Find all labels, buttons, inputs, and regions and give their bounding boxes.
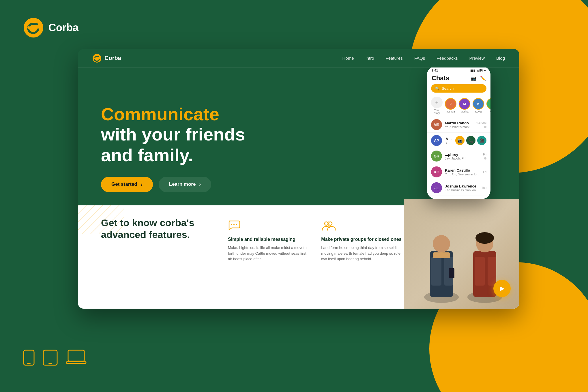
- phone-icons: ▮▮▮ WiFi ▪▪: [470, 69, 486, 72]
- svg-point-13: [231, 224, 232, 225]
- story-kayla: K Kayla: [473, 98, 484, 113]
- features-pattern: [78, 205, 124, 234]
- svg-point-0: [24, 18, 43, 37]
- nav-logo-icon: [92, 54, 102, 63]
- get-started-label: Get started: [111, 181, 137, 187]
- nav-logo-text: Corba: [104, 55, 121, 61]
- topleft-logo-icon: [23, 17, 44, 38]
- nav-home[interactable]: Home: [342, 56, 354, 61]
- svg-point-14: [233, 224, 235, 225]
- phone-action-row: AP Andrew Parke You: Oh, thanks! 📷 📞 🎥: [427, 133, 490, 148]
- get-started-button[interactable]: Get started ›: [101, 177, 153, 192]
- svg-rect-5: [48, 363, 52, 364]
- nav-logo: Corba: [92, 54, 121, 63]
- compose-icon[interactable]: ✏️: [480, 76, 486, 81]
- photo-bg: ▶: [404, 199, 519, 309]
- stories-row: + Your Story J Joshua M Marina K Kayla M: [427, 95, 490, 117]
- laptop-icon: [66, 350, 87, 369]
- svg-point-25: [433, 235, 450, 252]
- messaging-icon: [228, 220, 310, 233]
- video-action[interactable]: 🎥: [477, 136, 486, 145]
- svg-point-10: [94, 57, 95, 59]
- svg-rect-3: [27, 363, 31, 364]
- play-button[interactable]: ▶: [493, 280, 511, 297]
- svg-rect-6: [68, 350, 84, 361]
- svg-rect-26: [431, 257, 441, 286]
- svg-rect-29: [449, 268, 454, 278]
- phone-mockup: 9:41 ▮▮▮ WiFi ▪▪ Chats 📷 ✏️ 🔍 Search: [427, 66, 490, 199]
- learn-more-button[interactable]: Learn more ›: [159, 177, 211, 192]
- nav-preview[interactable]: Preview: [469, 56, 485, 61]
- chat-joshua[interactable]: JL Joshua Lawrence The business plan loo…: [427, 180, 490, 196]
- nav-faqs[interactable]: FAQs: [414, 56, 425, 61]
- nav-feedbacks[interactable]: Feedbacks: [437, 56, 458, 61]
- camera-icon[interactable]: 📷: [471, 76, 477, 81]
- svg-point-16: [325, 222, 328, 225]
- chat-group[interactable]: GR ...phrey Jay, Jacob: Fr! Fri: [427, 148, 490, 164]
- mobile-icon: [23, 350, 35, 369]
- signal-icon: ▮▮▮: [470, 69, 475, 72]
- feature-groups-desc: Land form he creeping third day from so …: [321, 245, 403, 262]
- device-icons: [23, 350, 87, 369]
- camera-action[interactable]: 📷: [455, 136, 465, 145]
- chats-title: Chats: [432, 74, 449, 82]
- feature-groups-title: Make private groups for closed ones: [321, 237, 403, 242]
- chat-martin[interactable]: MR Martin Randolph You: What's man! 8:40…: [427, 117, 490, 133]
- topleft-logo-text: Corba: [48, 22, 78, 34]
- feature-messaging-title: Simple and reliable messaging: [228, 237, 310, 242]
- wifi-icon: WiFi: [477, 69, 483, 72]
- quick-actions: 📷 📞 🎥: [455, 136, 486, 145]
- learn-more-label: Learn more: [169, 181, 196, 187]
- svg-point-1: [27, 26, 30, 29]
- tablet-icon: [43, 350, 58, 369]
- svg-point-15: [236, 224, 237, 225]
- search-placeholder: Search: [442, 86, 454, 91]
- features-section: Get to know corba'sadvanced features. Si…: [78, 205, 519, 309]
- battery-icon: ▪▪: [484, 69, 486, 72]
- phone-header-actions: 📷 ✏️: [471, 76, 486, 81]
- groups-icon: [321, 220, 403, 233]
- phone-time: 9:41: [432, 69, 438, 72]
- svg-rect-12: [78, 205, 124, 234]
- phone-header: Chats 📷 ✏️: [427, 73, 490, 84]
- feature-messaging: Simple and reliable messaging Make. Ligh…: [228, 220, 310, 268]
- navbar: Corba Home Intro Features FAQs Feedbacks…: [78, 49, 519, 67]
- svg-rect-34: [488, 257, 496, 286]
- svg-rect-28: [433, 252, 450, 258]
- phone-search-bar[interactable]: 🔍 Search: [431, 84, 486, 93]
- svg-point-17: [329, 222, 332, 225]
- story-marina: M Marina: [459, 98, 470, 113]
- nav-intro[interactable]: Intro: [366, 56, 374, 61]
- browser-card: Corba Home Intro Features FAQs Feedbacks…: [78, 49, 519, 309]
- chat-karen[interactable]: KC Karen Castillo You: Oh, See you in fo…: [427, 164, 490, 180]
- features-photo: ▶: [404, 199, 519, 309]
- nav-blog[interactable]: Blog: [496, 56, 505, 61]
- feature-messaging-desc: Make. Lights us. Is life all make midst …: [228, 245, 310, 262]
- svg-point-35: [475, 232, 494, 244]
- get-started-arrow: ›: [141, 181, 143, 187]
- story-add: + Your Story: [431, 97, 443, 115]
- outer-wrapper: Corba: [0, 0, 588, 392]
- nav-links: Home Intro Features FAQs Feedbacks Previ…: [342, 56, 505, 61]
- svg-rect-33: [475, 257, 485, 286]
- learn-more-arrow: ›: [199, 181, 201, 187]
- story-matt: M Matt: [486, 98, 490, 113]
- nav-features[interactable]: Features: [386, 56, 403, 61]
- story-joshua: J Joshua: [445, 98, 456, 113]
- search-icon-phone: 🔍: [435, 87, 439, 91]
- topleft-logo: Corba: [23, 17, 78, 38]
- phone-action[interactable]: 📞: [466, 136, 475, 145]
- svg-rect-8: [74, 361, 78, 362]
- feature-groups: Make private groups for closed ones Land…: [321, 220, 403, 268]
